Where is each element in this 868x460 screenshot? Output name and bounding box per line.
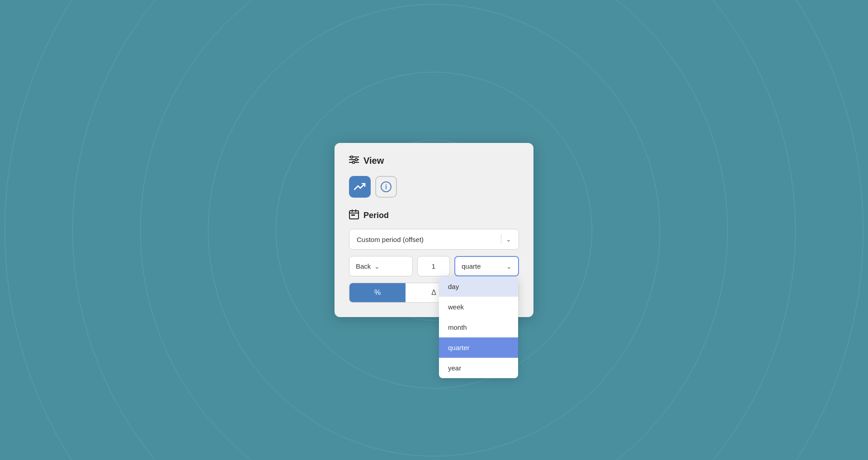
svg-rect-12 [351, 214, 353, 216]
dropdown-item-month[interactable]: month [439, 317, 518, 337]
svg-point-3 [351, 156, 353, 158]
select-divider [501, 235, 501, 244]
view-header: View [349, 156, 519, 166]
unit-select[interactable]: quarte ⌄ day week month quarter year [454, 256, 519, 276]
view-panel: View i P [335, 143, 533, 317]
period-select-label: Custom period (offset) [357, 236, 424, 243]
view-type-buttons: i [349, 176, 519, 198]
period-number-input[interactable] [417, 256, 450, 276]
calendar-icon [349, 209, 359, 222]
view-title: View [363, 156, 384, 166]
dropdown-item-quarter[interactable]: quarter [439, 337, 518, 358]
chevron-down-icon: ⌄ [506, 236, 511, 243]
unit-dropdown-menu: day week month quarter year [439, 276, 518, 378]
svg-text:i: i [385, 183, 387, 190]
unit-label: quarte [462, 262, 481, 270]
dropdown-item-week[interactable]: week [439, 297, 518, 317]
period-title: Period [363, 211, 389, 220]
svg-point-4 [355, 159, 358, 161]
dropdown-item-year[interactable]: year [439, 358, 518, 378]
period-header: Period [349, 209, 519, 222]
chart-view-button[interactable] [349, 176, 371, 198]
sliders-icon [349, 156, 359, 166]
percent-toggle-button[interactable]: % [349, 283, 406, 302]
dropdown-item-day[interactable]: day [439, 276, 518, 297]
controls-row: Back ⌄ quarte ⌄ day week month quarter y… [349, 256, 519, 276]
period-select-wrapper: Custom period (offset) ⌄ [349, 229, 519, 250]
svg-point-5 [353, 161, 355, 164]
svg-rect-13 [353, 214, 355, 216]
back-label: Back [356, 262, 371, 270]
info-view-button[interactable]: i [375, 176, 397, 198]
unit-chevron-icon: ⌄ [506, 263, 512, 270]
back-select[interactable]: Back ⌄ [349, 256, 413, 276]
back-chevron-icon: ⌄ [374, 263, 380, 270]
period-select[interactable]: Custom period (offset) ⌄ [349, 229, 519, 250]
